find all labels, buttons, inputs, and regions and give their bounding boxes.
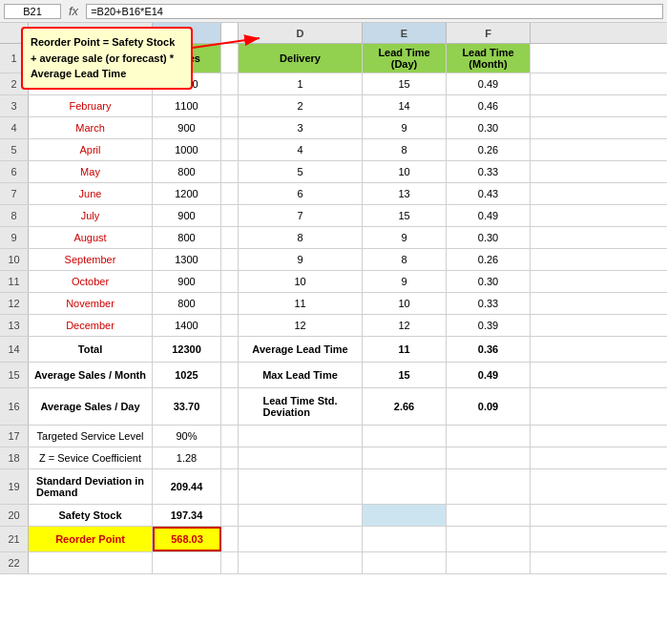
cell-d-20[interactable]	[239, 505, 363, 526]
cell-c-21[interactable]: 568.03	[153, 527, 221, 551]
cell-f-16[interactable]: 0.09	[447, 388, 531, 425]
cell-e-22[interactable]	[363, 552, 447, 573]
cell-b-4[interactable]: March	[29, 117, 153, 138]
cell-f-17[interactable]	[447, 426, 531, 447]
cell-e-9[interactable]: 9	[363, 227, 447, 248]
cell-e-1[interactable]: Lead Time (Day)	[363, 44, 447, 73]
cell-b-19[interactable]: Standard Deviation in Demand	[29, 469, 153, 504]
cell-c-4[interactable]: 900	[153, 117, 221, 138]
cell-e-17[interactable]	[363, 426, 447, 447]
cell-f-8[interactable]: 0.49	[447, 205, 531, 226]
cell-b-8[interactable]: July	[29, 205, 153, 226]
cell-d-11[interactable]: 10	[239, 271, 363, 292]
cell-c-22[interactable]	[153, 552, 221, 573]
cell-b-10[interactable]: September	[29, 249, 153, 270]
cell-b-11[interactable]: October	[29, 271, 153, 292]
cell-f-19[interactable]	[447, 469, 531, 504]
cell-e-13[interactable]: 12	[363, 315, 447, 336]
cell-b-7[interactable]: June	[29, 183, 153, 204]
cell-b-20[interactable]: Safety Stock	[29, 505, 153, 526]
cell-d-7[interactable]: 6	[239, 183, 363, 204]
cell-d-21[interactable]	[239, 527, 363, 551]
cell-d-12[interactable]: 11	[239, 293, 363, 314]
cell-e-3[interactable]: 14	[363, 95, 447, 116]
cell-e-21[interactable]	[363, 527, 447, 551]
cell-d-5[interactable]: 4	[239, 139, 363, 160]
cell-b-9[interactable]: August	[29, 227, 153, 248]
cell-d-17[interactable]	[239, 426, 363, 447]
cell-e-19[interactable]	[363, 469, 447, 504]
cell-e-16[interactable]: 2.66	[363, 388, 447, 425]
cell-d-15[interactable]: Max Lead Time	[239, 363, 363, 387]
cell-c-18[interactable]: 1.28	[153, 447, 221, 468]
cell-e-4[interactable]: 9	[363, 117, 447, 138]
cell-d-8[interactable]: 7	[239, 205, 363, 226]
cell-b-15[interactable]: Average Sales / Month	[29, 363, 153, 387]
cell-c-13[interactable]: 1400	[153, 315, 221, 336]
cell-c-17[interactable]: 90%	[153, 426, 221, 447]
cell-e-5[interactable]: 8	[363, 139, 447, 160]
cell-e-6[interactable]: 10	[363, 161, 447, 182]
cell-c-5[interactable]: 1000	[153, 139, 221, 160]
cell-f-11[interactable]: 0.30	[447, 271, 531, 292]
formula-input[interactable]: =B20+B16*E14	[86, 4, 663, 19]
cell-f-14[interactable]: 0.36	[447, 337, 531, 362]
cell-f-1[interactable]: Lead Time (Month)	[447, 44, 531, 73]
cell-d-4[interactable]: 3	[239, 117, 363, 138]
cell-f-10[interactable]: 0.26	[447, 249, 531, 270]
cell-c-20[interactable]: 197.34	[153, 505, 221, 526]
cell-d-13[interactable]: 12	[239, 315, 363, 336]
cell-d-18[interactable]	[239, 447, 363, 468]
cell-e-10[interactable]: 8	[363, 249, 447, 270]
cell-d-3[interactable]: 2	[239, 95, 363, 116]
cell-b-16[interactable]: Average Sales / Day	[29, 388, 153, 425]
cell-b-18[interactable]: Z = Sevice Coefficient	[29, 447, 153, 468]
cell-b-6[interactable]: May	[29, 161, 153, 182]
cell-c-8[interactable]: 900	[153, 205, 221, 226]
cell-d-22[interactable]	[239, 552, 363, 573]
cell-f-2[interactable]: 0.49	[447, 73, 531, 94]
cell-f-4[interactable]: 0.30	[447, 117, 531, 138]
cell-f-13[interactable]: 0.39	[447, 315, 531, 336]
col-header-F[interactable]: F	[447, 23, 531, 43]
cell-d-10[interactable]: 9	[239, 249, 363, 270]
cell-e-8[interactable]: 15	[363, 205, 447, 226]
cell-f-12[interactable]: 0.33	[447, 293, 531, 314]
cell-d-9[interactable]: 8	[239, 227, 363, 248]
cell-d-6[interactable]: 5	[239, 161, 363, 182]
cell-c-7[interactable]: 1200	[153, 183, 221, 204]
cell-f-5[interactable]: 0.26	[447, 139, 531, 160]
cell-f-3[interactable]: 0.46	[447, 95, 531, 116]
cell-c-3[interactable]: 1100	[153, 95, 221, 116]
cell-b-14[interactable]: Total	[29, 337, 153, 362]
cell-f-9[interactable]: 0.30	[447, 227, 531, 248]
cell-f-18[interactable]	[447, 447, 531, 468]
cell-b-12[interactable]: November	[29, 293, 153, 314]
cell-b-17[interactable]: Targeted Service Level	[29, 426, 153, 447]
cell-e-14[interactable]: 11	[363, 337, 447, 362]
cell-d-14[interactable]: Average Lead Time	[239, 337, 363, 362]
cell-c-10[interactable]: 1300	[153, 249, 221, 270]
cell-d-2[interactable]: 1	[239, 73, 363, 94]
cell-e-18[interactable]	[363, 447, 447, 468]
cell-c-9[interactable]: 800	[153, 227, 221, 248]
cell-f-7[interactable]: 0.43	[447, 183, 531, 204]
cell-c-11[interactable]: 900	[153, 271, 221, 292]
col-header-E[interactable]: E	[363, 23, 447, 43]
cell-e-20[interactable]	[363, 505, 447, 526]
cell-d-16[interactable]: Lead Time Std. Deviation	[239, 388, 363, 425]
cell-b-21[interactable]: Reorder Point	[29, 527, 153, 551]
cell-b-3[interactable]: February	[29, 95, 153, 116]
cell-c-6[interactable]: 800	[153, 161, 221, 182]
cell-e-12[interactable]: 10	[363, 293, 447, 314]
cell-d-19[interactable]	[239, 469, 363, 504]
cell-c-16[interactable]: 33.70	[153, 388, 221, 425]
cell-f-21[interactable]	[447, 527, 531, 551]
cell-f-15[interactable]: 0.49	[447, 363, 531, 387]
cell-c-14[interactable]: 12300	[153, 337, 221, 362]
cell-c-12[interactable]: 800	[153, 293, 221, 314]
cell-reference[interactable]: B21	[4, 4, 61, 19]
cell-e-15[interactable]: 15	[363, 363, 447, 387]
cell-f-20[interactable]	[447, 505, 531, 526]
cell-b-5[interactable]: April	[29, 139, 153, 160]
